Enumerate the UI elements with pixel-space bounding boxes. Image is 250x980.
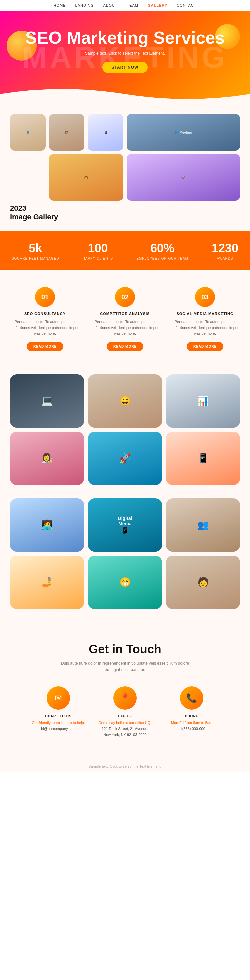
contact-phone-link: Mon-Fri from 8am to 5am: [165, 721, 218, 725]
gallery1-img-rocket: 🚀: [127, 154, 240, 200]
gallery1-img-2: 🧔: [49, 114, 85, 151]
gallery1-empty: [10, 154, 46, 200]
stat-sqft: 5k SQUARE FEET MANAGED: [12, 241, 59, 260]
hero-wave: [0, 84, 250, 104]
contact-email-info: hi@ourcompany.com: [32, 726, 85, 732]
service-text-2: Per ea quod iusto. Te autem perti nax de…: [90, 319, 160, 337]
stat-clients-label: HAPPY CLIENTS: [83, 257, 113, 260]
gallery1-img-woman: 👩: [49, 154, 123, 200]
contact-card-email: ✉ CHART TO US Our friendly team is here …: [32, 686, 85, 738]
gallery2-img-woman2: 👩‍🎨: [10, 432, 84, 485]
contact-cards: ✉ CHART TO US Our friendly team is here …: [10, 686, 240, 738]
phone-icon: 📞: [180, 686, 203, 710]
contact-subtitle: Duis aute irure dolor in reprehenderit i…: [58, 660, 192, 673]
hero-subtitle: Sample text. Click to select the Text El…: [85, 51, 165, 56]
stat-clients-num: 100: [83, 241, 113, 255]
stat-sqft-num: 5k: [12, 241, 59, 255]
nav-about[interactable]: ABOUT: [103, 3, 117, 7]
email-icon: ✉: [47, 686, 70, 710]
contact-email-link: Our friendly team is here to help.: [32, 721, 85, 725]
gallery1-section: 👤 🧔 📱 👥 Meeting 👩 🚀: [0, 104, 250, 200]
contact-phone-title: PHONE: [165, 714, 218, 718]
gallery2-section: 💻 😄 📊 👩‍🎨 🚀 📱: [0, 368, 250, 498]
contact-title: Get in Touch: [10, 642, 240, 656]
gallery3-img-team: 👥: [166, 498, 240, 552]
location-icon: 📍: [113, 686, 137, 710]
contact-section: Get in Touch Duis aute irure dolor in re…: [0, 622, 250, 761]
services-section: 01 SEO CONSULTANCY Per ea quod iusto. Te…: [0, 270, 250, 368]
stat-employees: 60% EMPLOYEES ON OUR TEAM: [136, 241, 188, 260]
gallery3-img-man2: 😁: [88, 556, 162, 609]
contact-office-info1: 121 Rock Street, 21 Avenue,: [98, 726, 152, 732]
gallery1-title-block: 2023 Image Gallery: [0, 200, 250, 231]
gallery2-img-charts: 📊: [166, 374, 240, 428]
contact-card-office: 📍 OFFICE Come say hello at our office HQ…: [98, 686, 152, 738]
service-num-2: 02: [115, 287, 135, 307]
hero-section: MARKETING SEO Marketing Services Sample …: [0, 11, 250, 104]
hero-cta-button[interactable]: START NOW: [102, 62, 148, 73]
contact-email-title: CHART TO US: [32, 714, 85, 718]
service-num-1: 01: [35, 287, 55, 307]
nav-home[interactable]: HOME: [54, 3, 66, 7]
footer: Sample text. Click to select the Text El…: [0, 761, 250, 772]
service-text-1: Per ea quod iusto. Te autem perti nax de…: [10, 319, 80, 337]
nav-gallery[interactable]: GALLERY: [148, 3, 167, 7]
contact-office-info2: New York, NY 92103-9000: [98, 732, 152, 738]
service-title-3: SOCIAL MEDIA MARKETING: [170, 312, 240, 316]
service-card-2: 02 COMPETITOR ANALYSIS Per ea quod iusto…: [90, 287, 160, 351]
nav-team[interactable]: TEAM: [127, 3, 139, 7]
stat-awards-label: AWARDS: [212, 257, 238, 260]
footer-sample-text: Sample text. Click to select the Text El…: [88, 764, 162, 768]
navigation: HOME LANDING ABOUT TEAM GALLERY CONTACT: [0, 0, 250, 11]
gallery3-img-holding: 🤳: [10, 556, 84, 609]
gallery1-heading: Image Gallery: [10, 213, 240, 221]
gallery2-img-rocket2: 🚀: [88, 432, 162, 485]
hero-title: SEO Marketing Services: [25, 28, 225, 47]
stat-employees-num: 60%: [136, 241, 188, 255]
stat-awards-num: 1230: [212, 241, 238, 255]
gallery3-img-digital: Digital Media 📱: [88, 498, 162, 552]
service-title-1: SEO CONSULTANCY: [10, 312, 80, 316]
gallery3-img-person: 🧑: [166, 556, 240, 609]
service-title-2: COMPETITOR ANALYSIS: [90, 312, 160, 316]
gallery2-img-phone2: 📱: [166, 432, 240, 485]
gallery2-img-man1: 😄: [88, 374, 162, 428]
nav-landing[interactable]: LANDING: [75, 3, 94, 7]
gallery3-img-woman3: 👩‍💻: [10, 498, 84, 552]
contact-card-phone: 📞 PHONE Mon-Fri from 8am to 5am +1(555) …: [165, 686, 218, 738]
stat-employees-label: EMPLOYEES ON OUR TEAM: [136, 257, 188, 260]
gallery1-year: 2023: [10, 204, 240, 213]
gallery1-img-1: 👤: [10, 114, 46, 151]
nav-contact[interactable]: CONTACT: [177, 3, 196, 7]
read-more-btn-2[interactable]: READ MORE: [107, 342, 143, 351]
gallery3-section: 👩‍💻 Digital Media 📱 👥 🤳 😁 🧑: [0, 498, 250, 622]
gallery2-img-laptop: 💻: [10, 374, 84, 428]
contact-office-title: OFFICE: [98, 714, 152, 718]
stat-clients: 100 HAPPY CLIENTS: [83, 241, 113, 260]
stat-awards: 1230 AWARDS: [212, 241, 238, 260]
read-more-btn-3[interactable]: READ MORE: [187, 342, 223, 351]
gallery1-img-3: 📱: [88, 114, 123, 151]
gallery1-img-meeting: 👥 Meeting: [127, 114, 240, 151]
contact-office-link: Come say hello at our office HQ.: [98, 721, 152, 725]
service-text-3: Per ea quod iusto. Te autem perti nax de…: [170, 319, 240, 337]
stats-bar: 5k SQUARE FEET MANAGED 100 HAPPY CLIENTS…: [0, 231, 250, 270]
service-num-3: 03: [195, 287, 215, 307]
read-more-btn-1[interactable]: READ MORE: [27, 342, 63, 351]
service-card-3: 03 SOCIAL MEDIA MARKETING Per ea quod iu…: [170, 287, 240, 351]
contact-phone-info: +1(555) 000-000: [165, 726, 218, 732]
stat-sqft-label: SQUARE FEET MANAGED: [12, 257, 59, 260]
service-card-1: 01 SEO CONSULTANCY Per ea quod iusto. Te…: [10, 287, 80, 351]
